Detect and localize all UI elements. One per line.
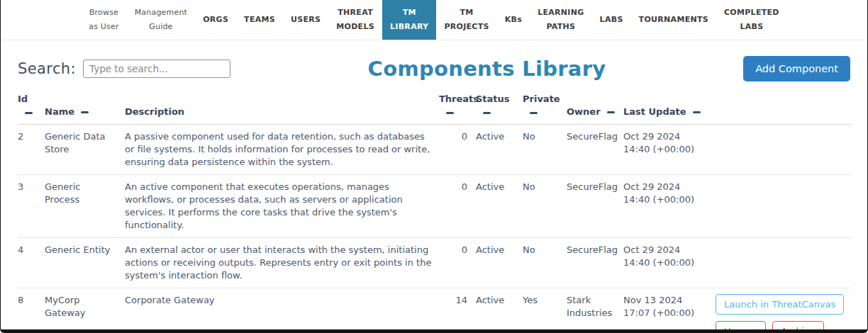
cell-description: An external actor or user that interacts… xyxy=(125,238,439,288)
cell-description: A passive component used for data retent… xyxy=(125,125,439,175)
column-header-private[interactable]: Private xyxy=(523,93,567,125)
nav-item-completed-labs[interactable]: COMPLETEDLABS xyxy=(716,0,787,40)
archive-button[interactable]: Archive xyxy=(772,321,824,333)
cell-status: Active xyxy=(476,125,523,175)
nav-item-tm-projects[interactable]: TMPROJECTS xyxy=(436,0,496,40)
cell-owner: SecureFlag xyxy=(567,125,623,175)
nav-item-tournaments[interactable]: TOURNAMENTS xyxy=(631,0,716,40)
cell-actions xyxy=(716,175,852,238)
cell-description: Corporate Gateway xyxy=(125,288,439,333)
nav-item-teams[interactable]: TEAMS xyxy=(236,0,283,40)
toolbar: Search: Components Library Add Component xyxy=(18,55,850,81)
cell-threats: 14 xyxy=(439,288,476,333)
column-header-status[interactable]: Status xyxy=(476,93,523,125)
page-title: Components Library xyxy=(230,57,743,81)
sort-icon-id[interactable] xyxy=(25,112,33,114)
column-header-actions xyxy=(716,93,852,125)
cell-name: Generic Data Store xyxy=(45,125,125,175)
nav-item-orgs[interactable]: ORGS xyxy=(195,0,236,40)
cell-status: Active xyxy=(476,288,523,333)
cell-owner: Stark Industries xyxy=(567,288,623,333)
sort-icon-threats[interactable] xyxy=(446,112,454,114)
nav-item-kbs[interactable]: KBs xyxy=(497,0,530,40)
table-row: 2Generic Data StoreA passive component u… xyxy=(18,125,852,175)
launch-in-threatcanvas-button[interactable]: Launch in ThreatCanvas xyxy=(716,294,844,315)
search-label: Search: xyxy=(18,60,76,77)
cell-private: No xyxy=(523,125,567,175)
components-table: IdNameDescriptionThreatsStatusPrivateOwn… xyxy=(18,93,852,333)
cell-threats: 0 xyxy=(439,125,476,175)
sort-icon-status[interactable] xyxy=(483,112,491,114)
cell-status: Active xyxy=(476,238,523,288)
cell-name: Generic Process xyxy=(45,175,125,238)
cell-id: 3 xyxy=(18,175,45,238)
cell-actions xyxy=(716,238,852,288)
column-header-description: Description xyxy=(125,93,439,125)
column-header-last_update[interactable]: Last Update xyxy=(623,93,716,125)
cell-last_update: Oct 29 2024 14:40 (+00:00) xyxy=(623,125,716,175)
cell-private: No xyxy=(523,238,567,288)
cell-private: No xyxy=(523,175,567,238)
column-header-owner[interactable]: Owner xyxy=(567,93,623,125)
nav-item-users[interactable]: USERS xyxy=(283,0,328,40)
search-group: Search: xyxy=(18,60,230,78)
usages-button[interactable]: Usages xyxy=(716,321,766,333)
table-row: 3Generic ProcessAn active component that… xyxy=(18,175,852,238)
cell-owner: SecureFlag xyxy=(567,175,623,238)
search-input[interactable] xyxy=(83,60,230,78)
sort-icon-name[interactable] xyxy=(81,111,89,113)
cell-id: 4 xyxy=(18,238,45,288)
nav-item-tm-library[interactable]: TMLIBRARY xyxy=(382,0,436,40)
cell-last_update: Oct 29 2024 14:40 (+00:00) xyxy=(623,238,716,288)
cell-threats: 0 xyxy=(439,175,476,238)
table-body: 2Generic Data StoreA passive component u… xyxy=(18,125,852,333)
sort-icon-owner[interactable] xyxy=(607,111,615,113)
cell-owner: SecureFlag xyxy=(567,238,623,288)
nav-item-labs[interactable]: LABS xyxy=(592,0,631,40)
top-nav: Browseas UserManagementGuideORGSTEAMSUSE… xyxy=(1,0,867,40)
table-header-row: IdNameDescriptionThreatsStatusPrivateOwn… xyxy=(18,93,852,125)
nav-item-threat-models[interactable]: THREATMODELS xyxy=(328,0,382,40)
column-header-threats[interactable]: Threats xyxy=(439,93,476,125)
cell-status: Active xyxy=(476,175,523,238)
app-window: Browseas UserManagementGuideORGSTEAMSUSE… xyxy=(0,0,868,333)
cell-actions: Launch in ThreatCanvasUsagesArchive xyxy=(716,288,852,333)
cell-id: 8 xyxy=(18,288,45,333)
main-content: Search: Components Library Add Component… xyxy=(1,55,867,333)
cell-name: MyCorp Gateway xyxy=(45,288,125,333)
column-header-id[interactable]: Id xyxy=(18,93,45,125)
sort-icon-private[interactable] xyxy=(530,112,538,114)
add-component-button[interactable]: Add Component xyxy=(743,56,850,81)
table-row: 8MyCorp GatewayCorporate Gateway14Active… xyxy=(18,288,852,333)
cell-description: An active component that executes operat… xyxy=(125,175,439,238)
cell-last_update: Nov 13 2024 17:07 (+00:00) xyxy=(623,288,716,333)
sort-icon-last_update[interactable] xyxy=(693,111,701,113)
nav-item-learning-paths[interactable]: LEARNINGPATHS xyxy=(530,0,591,40)
cell-private: Yes xyxy=(523,288,567,333)
cell-actions xyxy=(716,125,852,175)
cell-threats: 0 xyxy=(439,238,476,288)
nav-item-browse-as-user[interactable]: Browseas User xyxy=(81,0,126,40)
cell-name: Generic Entity xyxy=(45,238,125,288)
cell-last_update: Oct 29 2024 14:40 (+00:00) xyxy=(623,175,716,238)
table-row: 4Generic EntityAn external actor or user… xyxy=(18,238,852,288)
column-header-name[interactable]: Name xyxy=(45,93,125,125)
cell-id: 2 xyxy=(18,125,45,175)
nav-item-management-guide[interactable]: ManagementGuide xyxy=(127,0,195,40)
